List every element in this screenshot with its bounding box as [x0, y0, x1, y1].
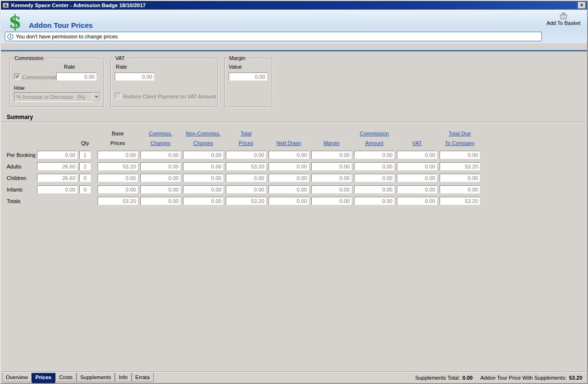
commissionable-checkbox[interactable] [14, 73, 20, 80]
base-prices-input[interactable] [98, 162, 138, 170]
price-input[interactable] [37, 162, 77, 170]
commission-how-dropdown[interactable]: % Increase or Decrease [%] [14, 92, 101, 102]
margin-value-input[interactable] [229, 72, 267, 81]
total-prices-input[interactable] [226, 174, 266, 182]
table-row-children: Children [7, 174, 587, 182]
vat-input[interactable] [397, 174, 437, 182]
commiss-charges-input[interactable] [140, 174, 181, 182]
nett-down-input[interactable] [269, 185, 309, 193]
margin-input[interactable] [311, 174, 352, 182]
addon-price-label: Addon Tour Price With Supplements: [480, 375, 567, 381]
supplements-total-label: Supplements Total: [415, 375, 460, 381]
margin-input[interactable] [311, 185, 352, 193]
reduce-client-payment-checkbox[interactable] [115, 93, 121, 99]
vat-input[interactable] [397, 162, 437, 170]
commission-amount-input[interactable] [354, 162, 394, 170]
qty-input[interactable] [79, 162, 91, 170]
price-input[interactable] [37, 174, 77, 182]
base-prices-input[interactable] [98, 151, 138, 159]
nett-down-total[interactable] [269, 197, 309, 205]
nett-down-input[interactable] [269, 151, 309, 159]
col-header-total-prices-2[interactable]: Prices [226, 140, 266, 146]
vat-input[interactable] [397, 151, 437, 159]
vat-rate-input[interactable] [115, 72, 154, 81]
margin-input[interactable] [311, 151, 352, 159]
add-to-basket-button[interactable]: Add To Basket [545, 12, 582, 26]
total-due-input[interactable] [440, 151, 480, 159]
commissionable-label: Commissionable [22, 74, 61, 80]
summary-title: Summary [1, 107, 587, 120]
margin-total[interactable] [311, 197, 352, 205]
col-header-nett-down[interactable]: Nett Down [269, 140, 309, 146]
vat-input[interactable] [397, 185, 437, 193]
price-input[interactable] [37, 151, 77, 159]
commission-how-label: How [14, 85, 24, 91]
base-prices-total[interactable] [98, 197, 138, 205]
non-commiss-charges-total[interactable] [183, 197, 223, 205]
margin-value-label: Value [229, 64, 242, 70]
nett-down-input[interactable] [269, 162, 309, 170]
total-prices-input[interactable] [226, 162, 266, 170]
commission-amount-total[interactable] [354, 197, 394, 205]
base-prices-input[interactable] [98, 174, 138, 182]
col-header-commiss-charges-2[interactable]: Charges [140, 140, 181, 146]
total-prices-input[interactable] [226, 151, 266, 159]
row-label: Children [7, 175, 37, 181]
commission-group: Commission Rate Commissionable How % Inc… [10, 58, 104, 107]
non-commiss-charges-input[interactable] [183, 174, 223, 182]
base-prices-input[interactable] [98, 185, 138, 193]
total-due-input[interactable] [440, 185, 480, 193]
dropdown-button[interactable] [92, 93, 100, 101]
commiss-charges-total[interactable] [140, 197, 181, 205]
tab-prices[interactable]: Prices [32, 373, 55, 383]
tab-costs[interactable]: Costs [55, 373, 76, 382]
nett-down-input[interactable] [269, 174, 309, 182]
total-due-input[interactable] [440, 162, 480, 170]
row-label: Infants [7, 187, 37, 192]
commission-amount-input[interactable] [354, 185, 394, 193]
col-header-non-commiss-charges[interactable]: Non-Commiss. [183, 131, 223, 136]
qty-input[interactable] [79, 174, 91, 182]
commiss-charges-input[interactable] [140, 162, 181, 170]
col-header-commission-amount-2[interactable]: Amount [354, 140, 394, 146]
vat-group: VAT Rate Reduce Client Payment on VAT Am… [110, 58, 218, 107]
commission-rate-input[interactable] [56, 72, 97, 81]
close-button[interactable]: × [578, 2, 586, 9]
qty-input[interactable] [79, 185, 91, 193]
tab-overview[interactable]: Overview [2, 373, 32, 382]
supplements-total-value: 0.00 [462, 375, 472, 381]
info-bar: You don't have permission to change pric… [5, 32, 542, 41]
non-commiss-charges-input[interactable] [183, 185, 223, 193]
col-header-total-prices[interactable]: Total [226, 131, 266, 136]
vat-total[interactable] [397, 197, 437, 205]
row-label: Per Booking [7, 152, 37, 158]
col-header-base: Base [98, 131, 138, 136]
col-header-margin[interactable]: Margin [311, 140, 352, 146]
non-commiss-charges-input[interactable] [183, 162, 223, 170]
commiss-charges-input[interactable] [140, 151, 181, 159]
margin-input[interactable] [311, 162, 352, 170]
total-due-input[interactable] [440, 174, 480, 182]
total-due-total[interactable] [440, 197, 480, 205]
col-header-total-due[interactable]: Total Due [440, 131, 480, 136]
col-header-commission-amount[interactable]: Commission [354, 131, 394, 136]
tab-info[interactable]: Info [115, 373, 131, 382]
vat-group-title: VAT [114, 55, 126, 61]
commission-amount-input[interactable] [354, 151, 394, 159]
col-header-vat[interactable]: VAT [397, 140, 437, 146]
non-commiss-charges-input[interactable] [183, 151, 223, 159]
total-prices-input[interactable] [226, 185, 266, 193]
row-label: Adults [7, 164, 37, 169]
price-input[interactable] [37, 185, 77, 193]
total-prices-total[interactable] [226, 197, 266, 205]
tab-errata[interactable]: Errata [132, 373, 154, 382]
col-header-commiss-charges[interactable]: Commiss. [140, 131, 181, 136]
qty-input[interactable] [79, 151, 91, 159]
col-header-non-commiss-charges-2[interactable]: Charges [183, 140, 223, 146]
tab-supplements[interactable]: Supplements [76, 373, 115, 382]
commiss-charges-input[interactable] [140, 185, 181, 193]
bottom-tabbar: Overview Prices Costs Supplements Info E… [1, 372, 587, 383]
titlebar: Kennedy Space Center - Admission Badge 1… [1, 1, 587, 10]
commission-amount-input[interactable] [354, 174, 394, 182]
col-header-to-company[interactable]: To Company [440, 140, 480, 146]
